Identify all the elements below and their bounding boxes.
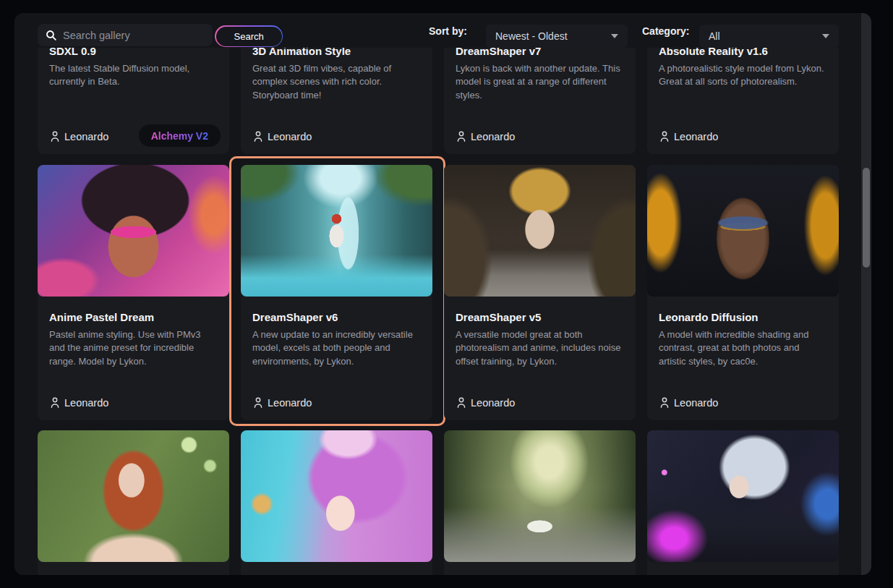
author-row: Leonardo [49,396,108,409]
anime-pastel-dream-image[interactable] [38,165,229,297]
model-title: Anime Pastel Dream [49,311,218,323]
author-name: Leonardo [268,131,312,142]
gallery-panel: Search Sort by: Newest - Oldest Category… [14,13,871,575]
model-title: Absolute Reality v1.6 [659,48,827,57]
author-row: Leonardo [659,130,718,143]
portrait-redhead-image[interactable] [38,430,229,562]
model-description: The latest Stable Diffusion model, curre… [49,62,218,89]
author-row: Leonardo [49,130,108,143]
author-row: Leonardo [252,396,312,409]
author-name: Leonardo [268,397,312,409]
search-button-label: Search [216,27,282,46]
model-card-sdxl-0-9[interactable]: SDXL 0.9 The latest Stable Diffusion mod… [38,48,229,154]
user-icon [456,396,467,409]
author-name: Leonardo [674,131,718,142]
alchemy-badge-label: Alchemy V2 [151,130,208,142]
forest-car-image[interactable] [444,430,636,562]
model-title: DreamShaper v7 [456,48,624,57]
model-card-3d-animation-style[interactable]: 3D Animation Style Great at 3D film vibe… [241,48,432,154]
leonardo-diffusion-image[interactable] [647,165,839,297]
model-title: Leonardo Diffusion [659,311,827,323]
model-title: DreamShaper v5 [456,311,624,323]
user-icon [252,396,264,409]
model-description: A photorealistic style model from Lykon.… [659,62,827,89]
category-dropdown-value: All [709,30,720,42]
category-dropdown[interactable]: All [699,25,839,48]
anime-pink-hair-image[interactable] [241,430,432,562]
gallery-header: Search Sort by: Newest - Oldest Category… [14,13,871,48]
user-icon [252,130,264,143]
model-card-dreamshaper-v6-selected[interactable]: DreamShaper v6 A new update to an incred… [241,165,432,420]
model-description: A model with incredible shading and cont… [659,328,827,368]
fantasy-warrior-image[interactable] [647,430,839,562]
category-label: Category: [642,13,689,48]
author-row: Leonardo [252,130,312,143]
model-card-forest-car[interactable] [444,430,636,575]
sort-dropdown[interactable]: Newest - Oldest [486,25,628,48]
alchemy-badge: Alchemy V2 [139,124,221,147]
search-icon [45,29,57,41]
user-icon [456,130,467,143]
user-icon [49,130,61,143]
model-card-fantasy-warrior[interactable] [647,430,839,575]
search-box[interactable] [38,24,213,46]
model-description: A versatile model great at both photorea… [456,328,624,368]
model-title: 3D Animation Style [252,48,421,57]
model-card-absolute-reality[interactable]: Absolute Reality v1.6 A photorealistic s… [647,48,839,154]
author-row: Leonardo [456,396,515,409]
model-title: SDXL 0.9 [49,48,218,57]
search-button[interactable]: Search [215,25,283,47]
model-grid: SDXL 0.9 The latest Stable Diffusion mod… [14,48,871,575]
model-row-2: Anime Pastel Dream Pastel anime styling.… [38,165,839,420]
model-card-portrait-redhead[interactable] [38,430,229,575]
author-name: Leonardo [64,397,108,409]
model-row-1: SDXL 0.9 The latest Stable Diffusion mod… [38,48,839,154]
chevron-down-icon [611,34,618,38]
dreamshaper-v6-image[interactable] [241,165,432,297]
author-name: Leonardo [674,397,718,409]
author-name: Leonardo [471,397,515,409]
user-icon [659,130,670,143]
model-title: DreamShaper v6 [252,311,421,323]
model-card-anime-pink-hair[interactable] [241,430,432,575]
model-card-anime-pastel-dream[interactable]: Anime Pastel Dream Pastel anime styling.… [38,165,229,420]
user-icon [659,396,670,409]
user-icon [49,396,61,409]
model-description: A new update to an incredibly versatile … [252,328,421,368]
chevron-down-icon [822,34,829,38]
gallery-viewport: SDXL 0.9 The latest Stable Diffusion mod… [14,48,871,575]
scrollbar-thumb[interactable] [863,168,870,268]
search-input[interactable] [63,30,205,41]
sort-dropdown-value: Newest - Oldest [495,30,568,42]
model-description: Great at 3D film vibes, capable of compl… [252,62,421,102]
model-description: Pastel anime styling. Use with PMv3 and … [49,328,218,368]
model-row-3 [38,430,839,575]
model-card-dreamshaper-v5[interactable]: DreamShaper v5 A versatile model great a… [444,165,636,420]
author-name: Leonardo [471,131,515,142]
model-description: Lykon is back with another update. This … [456,62,624,102]
dreamshaper-v5-image[interactable] [444,165,636,297]
sort-by-label: Sort by: [429,13,467,48]
author-row: Leonardo [456,130,515,143]
author-row: Leonardo [659,396,718,409]
model-card-leonardo-diffusion[interactable]: Leonardo Diffusion A model with incredib… [647,165,839,420]
model-card-dreamshaper-v7[interactable]: DreamShaper v7 Lykon is back with anothe… [444,48,636,154]
scrollbar-track[interactable] [861,13,871,575]
author-name: Leonardo [64,131,108,142]
